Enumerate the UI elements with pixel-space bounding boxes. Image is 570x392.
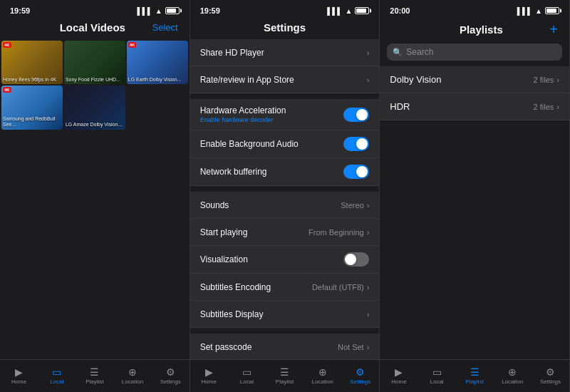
tab-home-label-2: Home <box>202 378 217 385</box>
wifi-icon: ▲ <box>155 7 162 15</box>
status-bar-1: 19:59 ▌▌▌ ▲ <box>0 0 190 19</box>
tab-location-2[interactable]: ⊕ Location <box>304 363 341 388</box>
signal-icon-2: ▌▌▌ <box>327 7 342 15</box>
video-thumb-4[interactable]: 4K Samsung and RedbBull See... <box>1 86 63 129</box>
tab-local-3[interactable]: ▭ Local <box>418 363 455 388</box>
local-icon-2: ▭ <box>242 366 252 378</box>
row-right-subtitles-enc: Default (UTF8) › <box>312 283 369 292</box>
tab-home-1[interactable]: ▶ Home <box>0 363 38 388</box>
row-label-sounds: Sounds <box>200 200 341 210</box>
tab-bar-1: ▶ Home ▭ Local ☰ Playlist ⊕ Location ⚙ S… <box>0 359 190 392</box>
tab-bar-2: ▶ Home ▭ Local ☰ Playlist ⊕ Location ⚙ S… <box>190 359 380 392</box>
row-left-visualization: Visualization <box>200 254 344 264</box>
video-label-5: LG Amaze Dolby Vision... <box>66 122 124 128</box>
tab-location-1[interactable]: ⊕ Location <box>113 363 151 388</box>
video-thumb-2[interactable]: Sony Food Fizzle UHD... <box>64 41 125 84</box>
settings-row-start-playing[interactable]: Start playing From Beginning › <box>190 219 380 246</box>
tab-bar-3: ▶ Home ▭ Local ☰ Playlist ⊕ Location ⚙ S… <box>380 359 569 392</box>
row-label-network-buf: Network buffering <box>200 167 344 177</box>
search-placeholder: Search <box>406 47 433 57</box>
video-thumb-1[interactable]: 4K Honey Bees 96fps in 4K <box>1 41 63 84</box>
chevron-dolby: › <box>556 76 559 84</box>
tab-local-2[interactable]: ▭ Local <box>228 363 266 388</box>
location-icon-1: ⊕ <box>128 366 137 378</box>
row-right-subtitles-disp: › <box>367 310 370 319</box>
battery-icon <box>165 7 180 14</box>
playlist-label-hdr: HDR <box>390 101 410 112</box>
tab-home-2[interactable]: ▶ Home <box>190 363 228 388</box>
chevron-subtitles-enc: › <box>367 283 370 292</box>
row-right-network-buf <box>343 165 369 179</box>
row-left-rate: Rate/review in App Store <box>200 75 367 85</box>
chevron-rate: › <box>367 76 370 84</box>
toggle-bg-audio[interactable] <box>343 137 369 151</box>
playlist-icon-3: ☰ <box>470 366 480 378</box>
video-label-4: Samsung and RedbBull See... <box>3 116 61 128</box>
toggle-visualization[interactable] <box>343 252 369 267</box>
row-left-network-buf: Network buffering <box>200 167 344 177</box>
settings-row-sounds[interactable]: Sounds Stereo › <box>190 192 380 219</box>
select-button[interactable]: Select <box>152 22 178 33</box>
tab-local-1[interactable]: ▭ Local <box>38 363 76 388</box>
location-icon-2: ⊕ <box>318 366 327 378</box>
status-bar-3: 20:00 ▌▌▌ ▲ <box>380 0 569 19</box>
row-sublabel-hw-accel: Enable hardware decoder <box>200 116 344 123</box>
chevron-share-hd: › <box>367 48 370 57</box>
tab-settings-1[interactable]: ⚙ Settings <box>152 363 190 388</box>
row-right-bg-audio <box>343 137 369 151</box>
signal-icon: ▌▌▌ <box>138 7 152 15</box>
tab-home-3[interactable]: ▶ Home <box>380 363 418 388</box>
battery-icon-3 <box>545 7 559 14</box>
video-thumb-5[interactable]: LG Amaze Dolby Vision... <box>64 86 125 129</box>
tab-playlist-label-2: Playlist <box>276 378 294 385</box>
settings-row-rate[interactable]: Rate/review in App Store › <box>190 66 380 93</box>
search-bar[interactable]: 🔍 Search <box>387 43 562 61</box>
signal-icon-3: ▌▌▌ <box>517 7 532 15</box>
row-label-bg-audio: Enable Background Audio <box>200 139 344 149</box>
settings-row-visualization[interactable]: Visualization <box>190 246 380 274</box>
toggle-network-buf[interactable] <box>343 165 369 179</box>
video-thumb-3[interactable]: 4K LG Earth Dolby Vision... <box>127 41 188 84</box>
settings-row-hw-accel[interactable]: Hardware Acceleration Enable hardware de… <box>190 99 380 130</box>
settings-row-share-hd[interactable]: Share HD Player › <box>190 39 380 66</box>
panel-playlists: 20:00 ▌▌▌ ▲ Playlists + 🔍 Search Dolby V… <box>380 0 570 392</box>
settings-row-network-buf[interactable]: Network buffering <box>190 158 380 186</box>
video-label-1: Honey Bees 96fps in 4K <box>3 77 61 83</box>
row-left-share-hd: Share HD Player <box>200 48 367 58</box>
tab-playlist-3[interactable]: ☰ Playlist <box>456 363 494 388</box>
local-icon-1: ▭ <box>52 366 61 378</box>
tab-settings-3[interactable]: ⚙ Settings <box>532 363 569 388</box>
toggle-hw-accel[interactable] <box>343 108 369 122</box>
playlist-list: Dolby Vision 2 files › HDR 2 files › <box>380 66 569 120</box>
playlists-empty-space <box>380 120 569 359</box>
panel-local-videos: 19:59 ▌▌▌ ▲ Local Videos Select 4K Honey… <box>0 0 190 392</box>
row-right-sounds: Stereo › <box>341 201 369 210</box>
settings-list: Share HD Player › Rate/review in App Sto… <box>190 39 380 359</box>
row-left-bg-audio: Enable Background Audio <box>200 139 344 149</box>
tab-location-3[interactable]: ⊕ Location <box>494 363 532 388</box>
add-playlist-button[interactable]: + <box>549 21 558 38</box>
settings-row-subtitles-enc[interactable]: Subtitles Encoding Default (UTF8) › <box>190 274 380 301</box>
status-time-2: 19:59 <box>200 6 220 15</box>
settings-row-subtitles-disp[interactable]: Subtitles Display › <box>190 301 380 328</box>
chevron-set-passcode: › <box>367 343 370 351</box>
tab-playlist-2[interactable]: ☰ Playlist <box>266 363 304 388</box>
settings-row-set-passcode[interactable]: Set passcode Not Set › <box>190 334 380 359</box>
row-label-visualization: Visualization <box>200 254 344 264</box>
status-icons-3: ▌▌▌ ▲ <box>517 7 559 15</box>
row-left-subtitles-enc: Subtitles Encoding <box>200 282 312 292</box>
playlist-row-hdr[interactable]: HDR 2 files › <box>380 93 569 120</box>
playlist-row-dolby[interactable]: Dolby Vision 2 files › <box>380 66 569 93</box>
row-left-sounds: Sounds <box>200 200 341 210</box>
tab-location-label-3: Location <box>502 378 523 385</box>
settings-row-bg-audio[interactable]: Enable Background Audio <box>190 130 380 158</box>
wifi-icon-2: ▲ <box>345 7 352 15</box>
row-left-subtitles-disp: Subtitles Display <box>200 309 367 319</box>
tab-playlist-1[interactable]: ☰ Playlist <box>76 363 113 388</box>
row-label-rate: Rate/review in App Store <box>200 75 367 85</box>
tab-playlist-label-3: Playlist <box>466 378 484 385</box>
tab-settings-2[interactable]: ⚙ Settings <box>341 363 379 388</box>
local-videos-title: Local Videos <box>33 21 152 33</box>
status-time-3: 20:00 <box>390 6 410 15</box>
playlist-label-dolby: Dolby Vision <box>390 74 441 85</box>
